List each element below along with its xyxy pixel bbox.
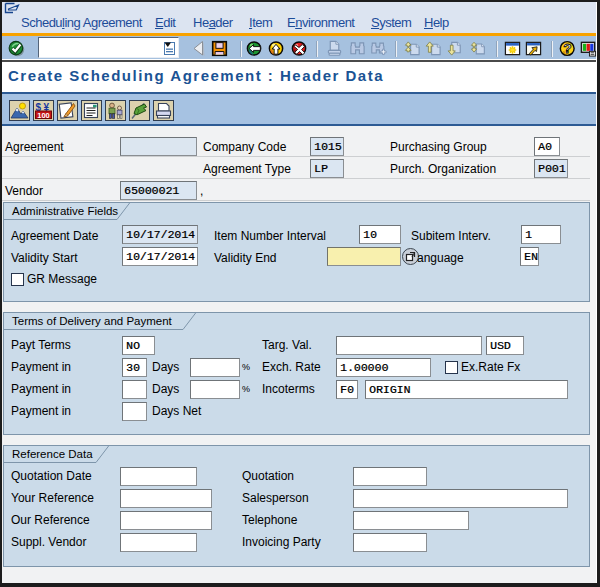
svg-text:100: 100	[37, 111, 50, 120]
svg-text:?: ?	[563, 41, 571, 56]
